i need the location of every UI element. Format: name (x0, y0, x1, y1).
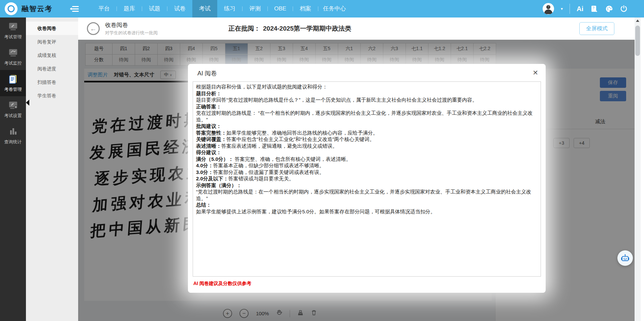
sidebar-item-3[interactable]: 考试设置 (0, 96, 26, 122)
collapse-menu-icon[interactable] (70, 5, 79, 12)
secondary-sidebar: 收卷阅卷阅卷复评成绩复核阅卷进度扫描答卷学生答卷 (26, 17, 78, 321)
sidebar-item-0[interactable]: 考试管理 (0, 17, 26, 44)
topbar-right: ? ▾ Ai ? (543, 0, 628, 17)
sidebar-item-1[interactable]: 考试监控 (0, 44, 26, 70)
ai-suggestion-text[interactable]: 根据题目内容和分值，以下是对该试题的批阅建议和得分：题目分析：题目要求回答“党在… (193, 81, 541, 277)
page: 融智云考 平台题库试题试卷考试练习评测OBE档案任务中心 ? ▾ Ai ? 考试… (0, 0, 644, 321)
help-doc-icon[interactable]: ? (590, 5, 598, 13)
nav-item-0[interactable]: 平台 (92, 0, 117, 17)
scroll-up-icon[interactable] (636, 20, 639, 22)
ai-suggestion-line: 关键词覆盖：答案中应包含“社会主义工业化”和“社会主义改造”两个核心关键词。 (196, 136, 538, 143)
ai-suggestion-line: 2.0分及以下：答案错误或与题目要求无关。 (196, 175, 538, 182)
brand-logo-icon (5, 2, 18, 15)
submenu-item-5[interactable]: 学生答卷 (26, 89, 78, 102)
page-subtitle: 对学生的试卷进行统一批阅 (105, 30, 158, 36)
ai-suggestion-line: 答案完整性：如果学生能够完整、准确地回答出总路线的核心内容，应给予满分。 (196, 130, 538, 136)
nav-item-9[interactable]: 任务中心 (318, 0, 351, 17)
fullscreen-button[interactable]: 全屏模式 (579, 22, 614, 35)
back-button[interactable]: ← (87, 22, 100, 35)
query-stats-icon (7, 127, 20, 137)
ai-robot-button[interactable] (617, 250, 633, 266)
exam-settings-icon (7, 100, 20, 110)
nav-item-4[interactable]: 考试 (192, 0, 217, 17)
submenu-item-0[interactable]: 收卷阅卷 (26, 22, 78, 35)
scrollbar-thumb[interactable] (635, 26, 640, 56)
logout-power-icon[interactable] (620, 5, 628, 13)
ai-grading-modal: AI 阅卷 ✕ 根据题目内容和分值，以下是对该试题的批阅建议和得分：题目分析：题… (188, 64, 546, 293)
brand-name: 融智云考 (22, 4, 53, 13)
page-scrollbar[interactable] (635, 17, 641, 321)
ai-suggestion-line: “党在过渡时期的总路线是：在一个相当长的时期内，逐步实现国家的社会主义工业化，并… (196, 188, 538, 202)
topbar-divider (570, 4, 570, 14)
grading-status-label: 正在批阅： (228, 25, 260, 32)
sidebar-item-2[interactable]: 考卷管理 (0, 70, 26, 96)
user-avatar[interactable]: ? (543, 3, 554, 14)
ai-suggestion-line: 得分建议： (196, 149, 538, 156)
ai-assistant-icon[interactable]: Ai (577, 5, 583, 13)
submenu-item-4[interactable]: 扫描答卷 (26, 75, 78, 89)
primary-sidebar: 考试管理考试监控考卷管理考试设置查询统计 (0, 17, 26, 321)
exam-name: 2024-2025第一学期期中政法类 (263, 25, 351, 32)
active-menu-arrow (26, 100, 29, 106)
paper-manage-icon (7, 74, 20, 84)
ai-suggestion-line: 题目要求回答“党在过渡时期的总路线是什么？”，这是一个历史知识点，属于新民主主义… (196, 97, 538, 103)
modal-title: AI 阅卷 (197, 69, 217, 77)
page-title: 收卷阅卷 (105, 21, 158, 29)
ai-suggestion-line: 题目分析： (196, 90, 538, 97)
ai-suggestion-line: 党在过渡时期的总路线是： “在一个相当长的时期内，逐步实现国家的社会主义工业化，… (196, 110, 538, 123)
ai-suggestion-line: 4.0分：答案基本正确，但缺少部分细节或表述不够清晰。 (196, 162, 538, 169)
ai-suggestion-line: 示例答案（满分）： (196, 182, 538, 189)
nav-item-8[interactable]: 档案 (293, 0, 318, 17)
avatar-dropdown-caret-icon[interactable]: ▾ (561, 6, 563, 11)
grading-status: 正在批阅：2024-2025第一学期期中政法类 (228, 24, 351, 33)
top-nav: 平台题库试题试卷考试练习评测OBE档案任务中心 (92, 0, 351, 17)
sidebar-item-4[interactable]: 查询统计 (0, 122, 26, 149)
ai-disclaimer: AI 阅卷建议及分数仅供参考 (193, 281, 251, 287)
nav-item-6[interactable]: 评测 (243, 0, 267, 17)
page-header: ← 收卷阅卷 对学生的试卷进行统一批阅 正在批阅：2024-2025第一学期期中… (78, 17, 635, 40)
ai-suggestion-line: 如果学生能够提供上述示例答案，建议给予满分5.0分。如果答案存在部分问题，可根据… (196, 208, 538, 215)
close-icon[interactable]: ✕ (533, 69, 538, 77)
ai-suggestion-line: 根据题目内容和分值，以下是对该试题的批阅建议和得分： (196, 83, 538, 90)
svg-text:?: ? (592, 6, 594, 10)
submenu-item-1[interactable]: 阅卷复评 (26, 35, 78, 48)
submenu-item-2[interactable]: 成绩复核 (26, 48, 78, 62)
nav-item-3[interactable]: 试卷 (167, 0, 192, 17)
ai-suggestion-line: 表述清晰：答案应表述清晰，逻辑通顺，避免出现歧义或错误。 (196, 143, 538, 149)
robot-icon (620, 253, 630, 263)
submenu-item-3[interactable]: 阅卷进度 (26, 62, 78, 75)
ai-suggestion-line: 正确答案： (196, 103, 538, 110)
exam-monitor-icon (7, 48, 20, 58)
nav-item-7[interactable]: OBE (268, 0, 293, 17)
nav-item-2[interactable]: 试题 (142, 0, 167, 17)
ai-suggestion-line: 3.0分：答案部分正确，但遗漏了重要关键词或表述有误。 (196, 169, 538, 176)
nav-item-1[interactable]: 题库 (117, 0, 142, 17)
ai-suggestion-line: 满分（5.0分）： 答案完整、准确，包含所有核心关键词，表述清晰。 (196, 156, 538, 163)
exam-manage-icon (7, 22, 20, 32)
nav-item-5[interactable]: 练习 (217, 0, 242, 17)
ai-suggestion-line: 总结： (196, 202, 538, 208)
ai-suggestion-line: 批阅建议： (196, 123, 538, 130)
topbar: 融智云考 平台题库试题试卷考试练习评测OBE档案任务中心 ? ▾ Ai ? (0, 0, 644, 17)
theme-palette-icon[interactable] (605, 5, 613, 13)
